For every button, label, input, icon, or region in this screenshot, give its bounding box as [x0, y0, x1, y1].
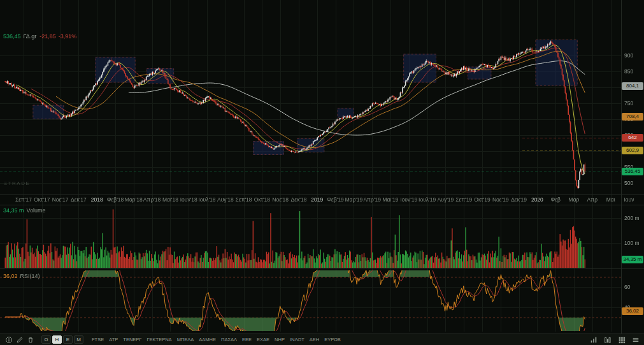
- bar-chart-button[interactable]: [588, 335, 599, 344]
- ticker-button[interactable]: ΠΑΣΑΛ: [221, 337, 237, 342]
- bar-chart-icon: [590, 336, 597, 344]
- timeframe-button-Ε[interactable]: Ε: [63, 335, 73, 344]
- ticker-button[interactable]: ΕΧΑΕ: [257, 337, 269, 342]
- timeframe-button-Ω[interactable]: Ω: [41, 335, 51, 344]
- ticker-button[interactable]: ΜΠΕΛΑ: [177, 337, 194, 342]
- ticker-button[interactable]: ΙΝΛΟΤ: [290, 337, 304, 342]
- chart-window: 536,45ΓΔ.gr-21,85-3,91% ΞTRADE 34,35 mVo…: [0, 0, 644, 345]
- draw-button[interactable]: [14, 335, 25, 344]
- menu-icon: [632, 336, 640, 344]
- grid-icon: [618, 336, 626, 344]
- ticker-button[interactable]: ΓΕΚΤΕΡΝΑ: [147, 337, 171, 342]
- ticker-button[interactable]: FTSE: [92, 337, 104, 342]
- ticker-button[interactable]: ΕΕΕ: [242, 337, 252, 342]
- delete-button[interactable]: [25, 335, 36, 344]
- bottom-toolbar: ΩΗΕΜ FTSEΔΤΡΤΕΝΕΡΓΓΕΚΤΕΡΝΑΜΠΕΛΑΑΔΜΗΕΠΑΣΑ…: [0, 334, 644, 345]
- ticker-button[interactable]: ΕΥΡΩΒ: [324, 337, 341, 342]
- info-button[interactable]: [3, 335, 14, 344]
- ticker-button[interactable]: ΔΤΡ: [109, 337, 118, 342]
- ticker-button[interactable]: ΤΕΝΕΡΓ: [123, 337, 141, 342]
- trash-icon: [27, 336, 34, 344]
- column-chart-icon: [604, 336, 612, 344]
- ticker-button[interactable]: ΝΗΡ: [275, 337, 285, 342]
- symbol-name[interactable]: ΓΔ.gr: [24, 33, 37, 40]
- timeframe-button-Μ[interactable]: Μ: [74, 335, 83, 344]
- info-icon: [5, 336, 13, 344]
- price-chart-canvas[interactable]: [0, 0, 644, 334]
- timeframe-button-Η[interactable]: Η: [52, 335, 62, 344]
- ticker-button[interactable]: ΑΔΜΗΕ: [199, 337, 216, 342]
- ticker-button[interactable]: ΔΕΗ: [310, 337, 319, 342]
- grid-button[interactable]: [616, 335, 627, 344]
- pencil-icon: [16, 336, 24, 344]
- menu-button[interactable]: [630, 335, 641, 344]
- column-chart-button[interactable]: [602, 335, 613, 344]
